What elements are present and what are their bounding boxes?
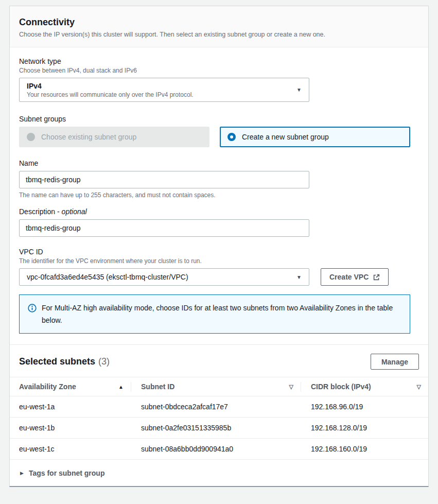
vpc-id-field: VPC ID The identifier for the VPC enviro…	[19, 248, 419, 286]
subnet-groups-tiles: Choose existing subnet group Create a ne…	[19, 127, 410, 147]
network-type-selected-description: Your resources will communicate only ove…	[27, 91, 194, 98]
cell-cidr-block: 192.168.128.0/19	[301, 418, 428, 439]
create-vpc-button[interactable]: Create VPC	[321, 268, 389, 286]
selected-subnets-count: (3)	[98, 356, 110, 367]
network-type-helper: Choose between IPv4, dual stack and IPv6	[19, 67, 419, 74]
sort-icon: ▽	[289, 384, 293, 390]
column-header-subnet-id[interactable]: Subnet ID ▽	[131, 377, 301, 396]
selected-subnets-section: Selected subnets(3) Manage Availability …	[10, 344, 428, 486]
cell-subnet-id: subnet-0bdceca2afcaf17e7	[131, 396, 301, 418]
sort-ascending-icon: ▲	[118, 384, 124, 390]
network-type-field: Network type Choose between IPv4, dual s…	[19, 57, 419, 102]
cell-cidr-block: 192.168.160.0/19	[301, 439, 428, 460]
chevron-down-icon: ▼	[296, 274, 302, 280]
panel-header: Connectivity Choose the IP version(s) th…	[10, 6, 428, 47]
cell-availability-zone: eu-west-1c	[10, 439, 131, 460]
column-header-cidr-block[interactable]: CIDR block (IPv4) ▽	[301, 377, 428, 396]
multi-az-info-alert: For Multi-AZ high availability mode, cho…	[19, 294, 410, 334]
description-label: Description -optional	[19, 207, 419, 216]
panel-subtitle: Choose the IP version(s) this cluster wi…	[19, 31, 419, 38]
description-label-text: Description -	[19, 207, 60, 216]
info-icon	[28, 304, 37, 312]
create-new-subnet-group-tile[interactable]: Create a new subnet group	[220, 127, 410, 147]
subnet-groups-field: Subnet groups Choose existing subnet gro…	[19, 115, 419, 147]
selected-subnets-title-text: Selected subnets	[19, 356, 95, 367]
network-type-select[interactable]: IPv4 Your resources will communicate onl…	[19, 78, 309, 102]
cell-subnet-id: subnet-0a2fe03151335985b	[131, 418, 301, 439]
vpc-id-helper: The identifier for the VPC environment w…	[19, 257, 419, 265]
choose-existing-subnet-group-tile: Choose existing subnet group	[19, 127, 209, 147]
vpc-id-selected-value: vpc-0fcafd3a6ed4e5435 (eksctl-tbmq-clust…	[27, 273, 188, 281]
vpc-id-select[interactable]: vpc-0fcafd3a6ed4e5435 (eksctl-tbmq-clust…	[19, 268, 309, 286]
manage-subnets-button[interactable]: Manage	[371, 354, 419, 370]
description-optional-text: optional	[62, 207, 87, 216]
tags-for-subnet-group-label: Tags for subnet group	[29, 469, 105, 477]
table-row: eu-west-1a subnet-0bdceca2afcaf17e7 192.…	[10, 396, 428, 418]
name-label: Name	[19, 159, 419, 167]
description-input[interactable]	[19, 219, 309, 237]
cell-availability-zone: eu-west-1b	[10, 418, 131, 439]
network-type-selected-option: IPv4 Your resources will communicate onl…	[27, 82, 194, 98]
name-field: Name The name can have up to 255 charact…	[19, 159, 419, 199]
external-link-icon	[373, 274, 380, 281]
sort-icon: ▽	[417, 384, 421, 390]
vpc-id-label: VPC ID	[19, 248, 419, 256]
connectivity-panel: Connectivity Choose the IP version(s) th…	[9, 6, 429, 487]
caret-right-icon: ▶	[20, 471, 24, 476]
description-field: Description -optional	[19, 207, 419, 237]
network-type-selected-label: IPv4	[27, 82, 194, 90]
name-input[interactable]	[19, 171, 309, 188]
column-header-availability-zone[interactable]: Availability Zone ▲	[10, 377, 131, 396]
multi-az-info-text: For Multi-AZ high availability mode, cho…	[42, 302, 401, 326]
panel-body: Network type Choose between IPv4, dual s…	[10, 47, 428, 334]
tags-for-subnet-group-expander[interactable]: ▶ Tags for subnet group	[10, 460, 428, 486]
cell-availability-zone: eu-west-1a	[10, 396, 131, 418]
chevron-down-icon: ▼	[296, 87, 302, 93]
radio-checked-icon	[227, 133, 236, 141]
column-label: Availability Zone	[19, 383, 76, 391]
table-row: eu-west-1c subnet-08a6bb0dd900941a0 192.…	[10, 439, 428, 460]
vpc-id-row: vpc-0fcafd3a6ed4e5435 (eksctl-tbmq-clust…	[19, 265, 419, 286]
cell-cidr-block: 192.168.96.0/19	[301, 396, 428, 418]
selected-subnets-table: Availability Zone ▲ Subnet ID ▽ CIDR blo…	[10, 377, 428, 460]
column-label: Subnet ID	[141, 383, 174, 391]
cell-subnet-id: subnet-08a6bb0dd900941a0	[131, 439, 301, 460]
panel-title: Connectivity	[19, 17, 419, 28]
subnet-groups-label: Subnet groups	[19, 115, 419, 123]
name-constraint-text: The name can have up to 255 characters, …	[19, 192, 419, 199]
selected-subnets-title: Selected subnets(3)	[19, 356, 110, 367]
table-row: eu-west-1b subnet-0a2fe03151335985b 192.…	[10, 418, 428, 439]
column-label: CIDR block (IPv4)	[311, 383, 371, 391]
selected-subnets-header: Selected subnets(3) Manage	[10, 345, 428, 377]
radio-disabled-icon	[27, 133, 35, 141]
create-vpc-button-label: Create VPC	[329, 273, 369, 281]
create-new-subnet-group-label: Create a new subnet group	[242, 133, 329, 141]
choose-existing-subnet-group-label: Choose existing subnet group	[41, 133, 136, 141]
network-type-label: Network type	[19, 57, 419, 65]
table-header-row: Availability Zone ▲ Subnet ID ▽ CIDR blo…	[10, 377, 428, 396]
